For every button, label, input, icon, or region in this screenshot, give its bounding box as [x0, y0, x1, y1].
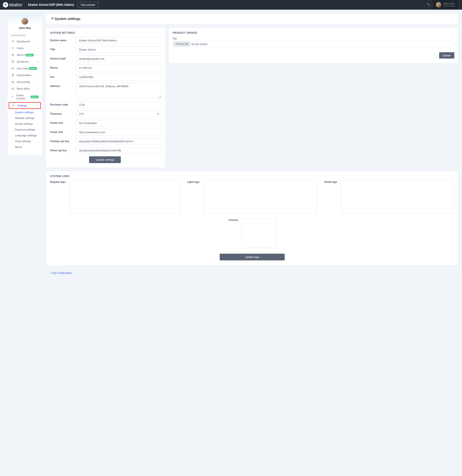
translate-icon[interactable]: [427, 3, 430, 7]
addon-badge: addon: [26, 54, 33, 56]
sidebar-sub-school-settings[interactable]: School settings: [15, 121, 42, 127]
card-title: SYSTEM LOGO: [50, 175, 454, 178]
file-label: File: [173, 37, 454, 40]
chevron-right-icon: ›: [38, 81, 39, 83]
card-title: PRODUCT UPDATE: [173, 31, 454, 34]
footer: © By Creativeitem: [46, 269, 458, 278]
chevron-right-icon: ›: [38, 54, 39, 56]
topbar: ekattor Ekattor School ERP (With Addon) …: [0, 0, 462, 10]
chevron-right-icon: ›: [38, 67, 39, 70]
system-settings-card: SYSTEM SETTINGS System name Title School…: [46, 28, 165, 167]
chevron-right-icon: ›: [38, 60, 39, 63]
sidebar-item-alumni[interactable]: Alumni addon ›: [8, 51, 42, 58]
label-vimeo-api: Vimeo api key: [50, 147, 76, 152]
label-youtube-api: Youtube api key: [50, 138, 76, 143]
purchase-code-input[interactable]: [76, 102, 161, 108]
sidebar-item-onlinecourses[interactable]: Online courses addon: [8, 92, 42, 102]
system-logo-card: SYSTEM LOGO Regular logo Light logo Smal…: [46, 171, 458, 265]
product-update-card: PRODUCT UPDATE File Choose File No file …: [169, 28, 458, 63]
page-title: System settings: [55, 17, 80, 21]
svg-point-0: [13, 47, 13, 48]
label-school-email: School email: [50, 55, 76, 60]
sidebar-avatar: [21, 17, 29, 25]
favicon-label: Favicon: [229, 219, 238, 248]
label-title: Title: [50, 46, 76, 51]
graduation-icon: [11, 53, 15, 56]
file-input[interactable]: Choose File No file chosen: [173, 41, 454, 47]
addon-badge: addon: [31, 96, 39, 98]
timezone-select[interactable]: [76, 110, 161, 117]
addon-badge: addon: [29, 67, 37, 70]
footer-link-input[interactable]: [76, 129, 161, 136]
sidebar-username: John Doe: [8, 26, 42, 29]
play-icon: [11, 96, 14, 98]
sidebar: John Doe NAVIGATION Dashboard Users › Al…: [8, 14, 42, 155]
sidebar-item-liveclass[interactable]: Live class addon ›: [8, 65, 42, 72]
user-icon: [11, 47, 15, 50]
avatar: [436, 2, 441, 8]
sidebar-item-dashboard[interactable]: Dashboard: [8, 38, 42, 45]
footer-copy: ©: [50, 272, 53, 274]
sidebar-item-examination[interactable]: Examination ›: [8, 72, 42, 78]
chevron-right-icon: ›: [38, 47, 39, 50]
light-logo-label: Light logo: [187, 180, 199, 214]
light-logo-upload[interactable]: [203, 180, 317, 214]
title-input[interactable]: [76, 46, 161, 53]
choose-file-button[interactable]: Choose File: [174, 42, 190, 46]
nav-heading: NAVIGATION: [8, 31, 42, 38]
sidebar-sub-about[interactable]: About: [15, 144, 42, 150]
dashboard-icon: [11, 40, 15, 43]
basket-icon: [11, 87, 15, 90]
footer-link[interactable]: By Creativeitem: [53, 272, 72, 274]
wrench-icon: [12, 104, 15, 107]
sidebar-item-accounting[interactable]: Accounting ›: [8, 78, 42, 85]
update-settings-button[interactable]: Update settings: [89, 156, 121, 163]
label-timezone: Timezone: [50, 110, 76, 115]
label-system-name: System name: [50, 37, 76, 42]
card-title: SYSTEM SETTINGS: [50, 31, 161, 34]
briefcase-icon: [11, 80, 15, 83]
svg-rect-4: [12, 81, 14, 83]
sidebar-item-settings[interactable]: Settings ›: [9, 102, 41, 109]
sidebar-sub-smtp-settings[interactable]: Smtp settings: [15, 138, 42, 144]
update-product-button[interactable]: Update: [439, 52, 454, 59]
app-title: Ekattor School ERP (With Addon): [28, 3, 74, 7]
sidebar-sub-payment-settings[interactable]: Payment settings: [15, 127, 42, 133]
favicon-upload[interactable]: [242, 219, 276, 248]
label-footer-link: Footer link: [50, 129, 76, 134]
regular-logo-label: Regular logo: [50, 180, 66, 214]
fax-input[interactable]: [76, 74, 161, 80]
vimeo-api-input[interactable]: [76, 147, 161, 154]
chevron-down-icon: ›: [36, 105, 39, 106]
sidebar-sub-language-settings[interactable]: Language settings: [15, 133, 42, 138]
building-icon: [11, 60, 15, 63]
visit-website-button[interactable]: Visit website: [77, 2, 99, 8]
gear-icon: [50, 17, 54, 21]
sidebar-item-backoffice[interactable]: Back office ›: [8, 85, 42, 92]
address-input[interactable]: [76, 83, 161, 98]
sidebar-sub-system-settings[interactable]: System settings: [15, 109, 42, 115]
footer-text-input[interactable]: [76, 120, 161, 127]
sidebar-sub-website-settings[interactable]: Website settings: [15, 115, 42, 121]
svg-rect-1: [12, 61, 14, 63]
video-icon: [11, 67, 15, 70]
update-logo-button[interactable]: Update logo: [220, 254, 285, 260]
svg-rect-2: [12, 68, 13, 69]
content: System settings SYSTEM SETTINGS System n…: [46, 14, 458, 278]
youtube-api-input[interactable]: [76, 138, 161, 145]
brand-logo-wrap[interactable]: ekattor: [0, 2, 25, 8]
school-email-input[interactable]: [76, 55, 161, 62]
label-address: Address: [50, 83, 76, 87]
label-phone: Phone: [50, 65, 76, 69]
sidebar-item-academic[interactable]: Academic ›: [8, 58, 42, 65]
system-name-input[interactable]: [76, 37, 161, 44]
label-fax: Fax: [50, 74, 76, 78]
chevron-right-icon: ›: [38, 87, 39, 90]
user-menu[interactable]: John Doe Superadmin: [433, 0, 458, 10]
small-logo-upload[interactable]: [341, 180, 454, 214]
chevron-right-icon: ›: [38, 74, 39, 76]
user-role: Superadmin: [443, 5, 455, 8]
regular-logo-upload[interactable]: [69, 180, 180, 214]
phone-input[interactable]: [76, 65, 161, 71]
sidebar-item-users[interactable]: Users ›: [8, 45, 42, 51]
